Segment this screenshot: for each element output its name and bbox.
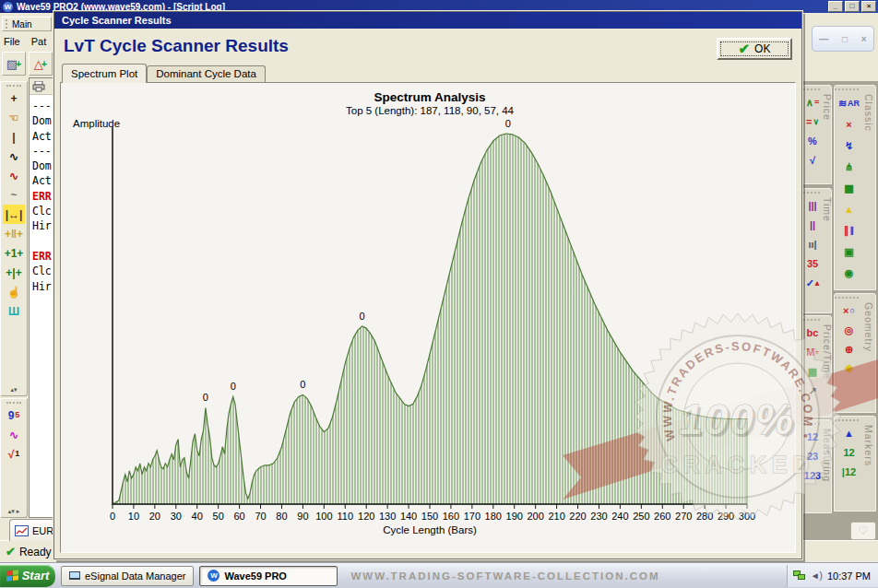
ellipse-cross-icon[interactable]: ⊕ [840, 340, 859, 359]
panel-expand-button[interactable]: ♡ [850, 522, 876, 540]
wave-line-icon[interactable]: ~ [3, 185, 25, 205]
toolbar-scroll-arrows[interactable]: ▴▾ ▸ [8, 508, 20, 515]
time-lines-icon[interactable]: ||| [803, 196, 822, 215]
child-restore-icon[interactable]: □ [842, 34, 848, 44]
nine-five-icon[interactable]: 95 [3, 406, 25, 425]
new-shape-icon[interactable]: △+ [29, 52, 53, 76]
vector-arrow-icon[interactable]: ↗ [803, 382, 822, 400]
pointer-icon[interactable]: ☝ [3, 282, 25, 301]
panel-grip[interactable] [803, 88, 820, 90]
parallel-lines-icon[interactable]: ∥∥ [840, 220, 859, 241]
zigzag-candle-icon[interactable]: ∿ [3, 166, 25, 185]
toolbar-grip[interactable] [6, 402, 22, 404]
ok-label: OK [754, 42, 770, 55]
start-button[interactable]: Start [0, 565, 55, 587]
price-up-level-icon[interactable]: ∧= [803, 93, 822, 112]
close-icon[interactable]: × [861, 1, 876, 12]
panel-grip[interactable] [803, 319, 820, 321]
bar-step-icon[interactable]: +1+ [3, 243, 25, 263]
bar-gap-icon: +|+ [6, 267, 21, 278]
new-shape-icon: + [42, 58, 47, 69]
pan-hand-icon[interactable]: ☜ [3, 108, 25, 127]
concentric-circles-icon: ◎ [845, 325, 854, 335]
tab-spectrum-plot[interactable]: Spectrum Plot [62, 64, 147, 83]
time-pair-lines-icon[interactable]: || [803, 216, 822, 234]
dialog-titlebar[interactable]: Cycle Scanner Results [54, 12, 801, 29]
child-close-icon[interactable]: × [861, 34, 867, 44]
hatch-square-icon[interactable]: ▩ [840, 178, 859, 198]
cycle-scanner-dialog: Cycle Scanner Results LvT Cycle Scanner … [53, 11, 802, 559]
compass-arrows-icon[interactable]: ×○ [840, 301, 859, 320]
ok-check-icon: ✔ [739, 41, 751, 57]
measure-23-icon[interactable]: 23 [803, 447, 822, 465]
main-toolbar-caption: Main [2, 17, 52, 31]
status-text: Ready [19, 546, 52, 559]
wave-count-icon[interactable]: √1 [3, 444, 25, 464]
percent-retrace-icon[interactable]: % [803, 132, 822, 150]
time-check-icon[interactable]: ✓▴ [803, 274, 822, 292]
zigzag-icon: ∿ [9, 151, 18, 162]
time-count-icon[interactable]: 35 [803, 254, 822, 273]
m-pattern-icon[interactable]: M▫ [803, 343, 822, 361]
bar-12-icon[interactable]: |12 [840, 463, 859, 481]
split-bars-icon[interactable]: +‖+ [3, 224, 25, 243]
bar-12-icon: |12 [842, 467, 856, 477]
task-wave59-pro[interactable]: W Wave59 PRO [199, 566, 338, 586]
panel-price-label: Price [822, 92, 834, 183]
chart-thumbnail-icon [15, 525, 29, 536]
level-12-icon: 12 [843, 448, 854, 458]
zigzag-icon[interactable]: ∿ [3, 147, 25, 166]
vertical-cursor-icon[interactable]: | [3, 127, 25, 147]
ar-lines-icon[interactable]: ≋AR [840, 93, 859, 113]
panel-grip[interactable] [803, 192, 820, 194]
measure-123-icon[interactable]: 123 [803, 466, 822, 485]
fan-lines-icon[interactable]: ⋔ [840, 157, 859, 177]
network-tray-icon[interactable] [793, 570, 806, 582]
abc-label-icon[interactable]: bc [803, 323, 822, 342]
spiral-triangle-icon[interactable]: ▲ [840, 199, 859, 219]
menu-pattern[interactable]: Pat [31, 36, 47, 50]
print-icon[interactable] [32, 81, 45, 92]
child-minimize-icon[interactable]: — [819, 34, 828, 44]
sine-wave-icon[interactable]: ∿ [3, 425, 25, 444]
crossed-lines-icon[interactable]: × [840, 114, 859, 135]
ok-button[interactable]: ✔ OK [717, 38, 792, 60]
panel-grip[interactable] [803, 423, 820, 425]
square-spiral-icon[interactable]: ▣ [840, 241, 859, 262]
tab-dominant-cycle-data[interactable]: Dominant Cycle Data [147, 65, 266, 82]
up-arrow-marker-icon[interactable]: ▲ [840, 424, 859, 442]
magnifier-globe-icon[interactable]: ◉ [840, 263, 859, 283]
panel-time-label: Time [822, 195, 834, 312]
m-pattern-icon: M [806, 347, 814, 358]
dialog-tabs: Spectrum Plot Dominant Cycle Data [62, 64, 266, 82]
expand-range-icon[interactable]: |↔| [3, 205, 25, 224]
main-toolbar-label: Main [12, 19, 32, 29]
price-down-level-icon[interactable]: =∨ [803, 112, 822, 131]
panel-grip[interactable] [835, 297, 859, 299]
panel-grip[interactable] [835, 419, 859, 421]
zigzag-arrow-icon[interactable]: ↯ [840, 135, 859, 156]
wave-count-icon: 1 [15, 450, 19, 458]
toolbar-grip[interactable] [6, 85, 22, 87]
toolbar-grip[interactable] [6, 19, 9, 29]
trash-icon[interactable]: Ш [3, 301, 25, 321]
minimize-icon[interactable]: _ [828, 1, 843, 12]
concentric-circles-icon[interactable]: ◎ [840, 321, 859, 339]
maximize-icon[interactable]: □ [845, 1, 860, 12]
toolbar-scroll-arrows[interactable]: ▴▾ [10, 386, 17, 394]
panel-measuring: 1223123 Measuring [802, 419, 832, 513]
level-12-icon[interactable]: 12 [840, 443, 859, 462]
volume-tray-icon[interactable]: ◄) [811, 570, 823, 581]
grid-icon[interactable]: ▦ [803, 362, 822, 381]
new-chart-icon[interactable]: ▨+ [2, 52, 26, 76]
square-root-icon[interactable]: √ [803, 151, 822, 170]
time-bars-icon[interactable]: ıı| [803, 235, 822, 253]
panel-grip[interactable] [835, 88, 859, 90]
measure-12-icon[interactable]: 12 [803, 428, 822, 446]
wheel-icon[interactable]: ❋ [840, 359, 859, 378]
panel-geometry: ×○◎⊕❋ Geometry [834, 293, 876, 413]
task-esignal-data-manager[interactable]: eSignal Data Manager [61, 566, 194, 586]
crosshair-icon[interactable]: + [3, 88, 25, 108]
bar-gap-icon[interactable]: +|+ [3, 263, 25, 282]
menu-file[interactable]: File [4, 36, 20, 50]
